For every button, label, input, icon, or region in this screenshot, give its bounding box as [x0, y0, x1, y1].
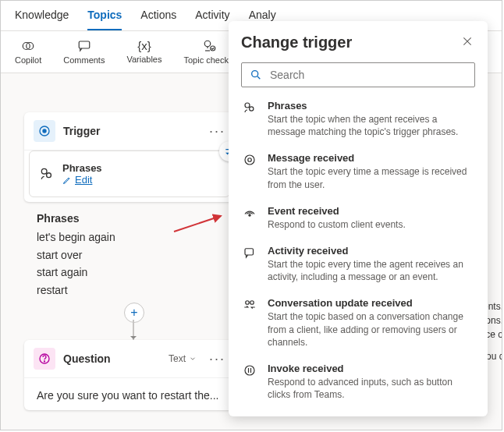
svg-rect-17 — [245, 249, 254, 255]
svg-point-3 — [204, 41, 211, 47]
svg-point-8 — [47, 173, 51, 178]
comment-icon — [77, 39, 91, 53]
svg-point-20 — [245, 366, 254, 375]
question-header: Question Text ··· — [24, 340, 235, 378]
question-title: Question — [63, 352, 161, 365]
question-more-button[interactable]: ··· — [209, 351, 225, 367]
svg-point-6 — [43, 129, 46, 133]
trigger-icon — [34, 120, 55, 142]
panel-title: Change trigger — [241, 34, 475, 51]
toolbar-variables-label: Variables — [126, 55, 161, 64]
change-trigger-panel: Change trigger PhrasesStart the topic wh… — [229, 21, 488, 416]
checker-icon — [203, 39, 217, 53]
search-icon — [250, 69, 262, 81]
search-box[interactable] — [241, 62, 475, 87]
phrase-item: start over — [37, 246, 115, 264]
option-conversation-update[interactable]: Conversation update receivedStart the to… — [241, 297, 475, 349]
trigger-more-button[interactable]: ··· — [209, 123, 225, 140]
phrases-label: Phrases — [62, 162, 102, 174]
svg-point-14 — [245, 155, 254, 165]
svg-point-19 — [250, 301, 254, 305]
tab-knowledge[interactable]: Knowledge — [15, 9, 69, 30]
option-invoke-received[interactable]: Invoke receivedRespond to advanced input… — [241, 363, 475, 401]
invoke-icon — [241, 363, 258, 401]
phrase-item: let's begin again — [37, 228, 115, 246]
phrases-list-header: Phrases — [37, 210, 115, 227]
svg-point-18 — [246, 301, 250, 305]
tab-topics[interactable]: Topics — [87, 9, 122, 30]
message-icon — [241, 152, 258, 190]
phrase-item: restart — [37, 282, 115, 299]
toolbar-variables[interactable]: {x} Variables — [126, 39, 161, 65]
trigger-title: Trigger — [63, 125, 201, 137]
svg-point-11 — [252, 71, 258, 77]
svg-point-10 — [44, 361, 44, 362]
question-node[interactable]: Question Text ··· Are you sure you want … — [24, 340, 235, 410]
option-phrases[interactable]: PhrasesStart the topic when the agent re… — [241, 100, 475, 138]
question-body: Are you sure you want to restart the... — [24, 378, 235, 413]
svg-point-16 — [249, 214, 250, 216]
svg-point-15 — [248, 158, 252, 162]
variables-icon: {x} — [137, 39, 151, 52]
event-icon — [241, 205, 258, 231]
trigger-header: Trigger ··· — [24, 112, 235, 150]
activity-icon — [241, 245, 258, 283]
phrases-icon — [39, 166, 55, 182]
close-icon — [461, 35, 474, 48]
option-event-received[interactable]: Event receivedRespond to custom client e… — [241, 205, 475, 231]
question-type-picker[interactable]: Text — [169, 353, 197, 364]
toolbar-comments-label: Comments — [63, 55, 105, 65]
copilot-icon — [21, 39, 35, 53]
tab-activity[interactable]: Activity — [195, 9, 229, 30]
phrase-item: start again — [37, 264, 115, 281]
svg-point-13 — [250, 107, 254, 111]
pencil-icon — [62, 175, 72, 185]
callout-arrow — [170, 212, 232, 235]
conversation-icon — [241, 297, 258, 349]
toolbar-copilot[interactable]: Copilot — [15, 39, 41, 65]
svg-point-12 — [245, 103, 250, 108]
trigger-phrases-row[interactable]: Phrases Edit — [29, 150, 230, 197]
close-button[interactable] — [461, 35, 474, 48]
trigger-node[interactable]: Trigger ··· Phrases Edit — [24, 112, 235, 202]
chevron-down-icon — [189, 355, 197, 363]
toolbar-copilot-label: Copilot — [15, 55, 41, 65]
toolbar-comments[interactable]: Comments — [63, 39, 105, 65]
option-activity-received[interactable]: Activity receivedStart the topic every t… — [241, 245, 475, 283]
option-message-received[interactable]: Message receivedStart the topic every ti… — [241, 152, 475, 190]
tab-actions[interactable]: Actions — [140, 9, 176, 30]
search-input[interactable] — [268, 68, 467, 82]
add-node-button[interactable]: + — [124, 303, 144, 323]
svg-rect-2 — [79, 41, 90, 48]
phrases-option-icon — [241, 100, 258, 138]
edit-phrases-link[interactable]: Edit — [62, 174, 102, 186]
question-icon — [34, 348, 55, 370]
connector-line — [133, 320, 134, 342]
svg-point-7 — [41, 168, 47, 174]
phrases-list: Phrases let's begin again start over sta… — [37, 210, 115, 299]
